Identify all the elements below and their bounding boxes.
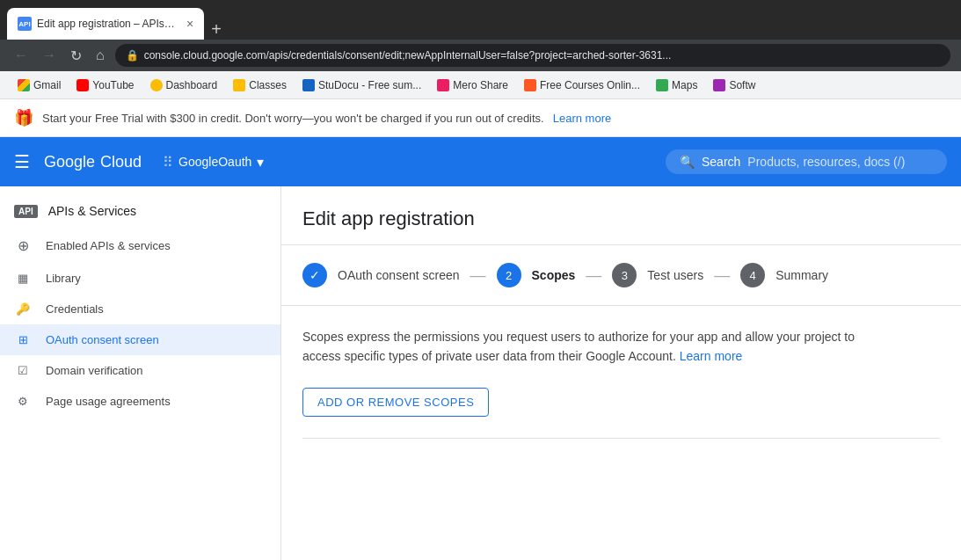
tab-title: Edit app registration – APIs & Se: [37, 18, 178, 30]
scopes-learn-more-link[interactable]: Learn more: [680, 349, 743, 363]
softw-favicon: [713, 79, 725, 91]
credentials-icon: 🔑: [14, 302, 32, 316]
lock-icon: 🔒: [126, 49, 139, 62]
classes-label: Classes: [249, 79, 287, 91]
step-3-separator: —: [714, 266, 730, 285]
sidebar-label-library: Library: [46, 272, 81, 285]
step-3-number: 3: [612, 263, 637, 287]
gmail-label: Gmail: [33, 79, 61, 91]
sidebar-header: API APIs & Services: [0, 193, 280, 229]
steps-bar: ✓ OAuth consent screen — 2 Scopes — 3 Te…: [281, 245, 961, 306]
free-trial-banner: 🎁 Start your Free Trial with $300 in cre…: [0, 99, 961, 137]
classes-favicon: [233, 79, 245, 91]
mero-label: Mero Share: [453, 79, 508, 91]
project-dropdown-arrow: ▾: [257, 154, 264, 171]
studocu-favicon: [302, 79, 315, 91]
bookmark-dashboard[interactable]: Dashboard: [143, 76, 225, 95]
bookmark-youtube[interactable]: YouTube: [69, 76, 141, 95]
sidebar-item-library[interactable]: ▦ Library: [0, 263, 280, 294]
sidebar-label-oauth: OAuth consent screen: [46, 333, 159, 346]
enabled-apis-icon: ⊕: [14, 237, 32, 254]
search-placeholder: Products, resources, docs (/): [747, 155, 905, 169]
active-tab[interactable]: API Edit app registration – APIs & Se ×: [7, 8, 204, 40]
fco-favicon: [524, 79, 536, 91]
home-button[interactable]: ⌂: [92, 44, 108, 67]
sidebar-title: APIs & Services: [48, 204, 136, 218]
project-name: GoogleOauth: [178, 155, 251, 169]
bookmark-mero[interactable]: Mero Share: [430, 76, 515, 95]
sidebar-item-credentials[interactable]: 🔑 Credentials: [0, 294, 280, 324]
oauth-icon: ⊞: [14, 333, 32, 346]
sidebar-item-oauth[interactable]: ⊞ OAuth consent screen: [0, 324, 280, 355]
sidebar-label-enabled-apis: Enabled APIs & services: [46, 239, 171, 252]
bookmark-gmail[interactable]: Gmail: [11, 76, 68, 95]
project-icon: ⠿: [163, 154, 173, 171]
bookmark-studocu[interactable]: StuDocu - Free sum...: [295, 76, 428, 95]
content-area: Edit app registration ✓ OAuth consent sc…: [281, 186, 961, 560]
step-2-number: 2: [497, 263, 521, 287]
browser-chrome: API Edit app registration – APIs & Se × …: [0, 0, 961, 40]
content-divider: [302, 438, 940, 439]
api-badge: API: [14, 205, 38, 218]
address-bar: ← → ↻ ⌂ 🔒 console.cloud.google.com/apis/…: [0, 40, 961, 71]
tab-favicon: API: [18, 17, 32, 31]
scopes-description: Scopes express the permissions you reque…: [302, 327, 865, 367]
sidebar-label-page-usage: Page usage agreements: [46, 395, 171, 408]
youtube-label: YouTube: [92, 79, 134, 91]
step-3-label: Test users: [647, 268, 703, 282]
step-2-separator: —: [586, 266, 601, 285]
gift-icon: 🎁: [14, 108, 33, 127]
fco-label: Free Courses Onlin...: [540, 79, 640, 91]
tab-close-button[interactable]: ×: [186, 17, 193, 31]
step-4-number: 4: [740, 263, 765, 287]
reload-button[interactable]: ↻: [67, 44, 85, 68]
bookmark-classes[interactable]: Classes: [226, 76, 294, 95]
mero-favicon: [437, 79, 449, 91]
gc-header: ☰ Google Cloud ⠿ GoogleOauth ▾ 🔍 Search …: [0, 137, 961, 186]
bookmark-fco[interactable]: Free Courses Onlin...: [517, 76, 647, 95]
dashboard-label: Dashboard: [166, 79, 218, 91]
add-scopes-button[interactable]: ADD OR REMOVE SCOPES: [302, 388, 489, 417]
back-button[interactable]: ←: [11, 44, 32, 67]
bookmark-softw[interactable]: Softw: [706, 76, 762, 95]
forward-button[interactable]: →: [39, 44, 60, 67]
bookmarks-bar: GmailYouTubeDashboardClassesStuDocu - Fr…: [0, 71, 961, 99]
studocu-label: StuDocu - Free sum...: [318, 79, 421, 91]
learn-more-link[interactable]: Learn more: [553, 112, 611, 125]
free-trial-text: Start your Free Trial with $300 in credi…: [42, 112, 544, 125]
sidebar-label-domain: Domain verification: [46, 364, 143, 377]
gmail-favicon: [18, 79, 30, 91]
dashboard-favicon: [150, 79, 163, 91]
search-icon: 🔍: [680, 155, 695, 169]
hamburger-menu[interactable]: ☰: [14, 151, 30, 172]
scopes-content: Scopes express the permissions you reque…: [281, 306, 961, 460]
new-tab-button[interactable]: +: [211, 19, 222, 40]
softw-label: Softw: [729, 79, 755, 91]
search-box[interactable]: 🔍 Search Products, resources, docs (/): [666, 149, 947, 174]
search-label: Search: [702, 155, 740, 169]
google-text: Google: [44, 153, 95, 171]
maps-label: Maps: [672, 79, 697, 91]
step-1-check: ✓: [302, 263, 327, 287]
sidebar: API APIs & Services ⊕ Enabled APIs & ser…: [0, 186, 281, 560]
main-layout: API APIs & Services ⊕ Enabled APIs & ser…: [0, 186, 961, 560]
page-usage-icon: ⚙: [14, 395, 32, 408]
step-2-label: Scopes: [532, 268, 576, 282]
sidebar-item-domain[interactable]: ☑ Domain verification: [0, 355, 280, 386]
project-selector[interactable]: ⠿ GoogleOauth ▾: [156, 150, 271, 174]
page-title: Edit app registration: [281, 186, 961, 245]
address-text: console.cloud.google.com/apis/credential…: [144, 49, 672, 62]
step-1-separator: —: [470, 266, 486, 285]
step-4-label: Summary: [775, 268, 828, 282]
tab-bar: API Edit app registration – APIs & Se × …: [7, 0, 222, 40]
cloud-text: Cloud: [100, 153, 142, 171]
domain-icon: ☑: [14, 364, 32, 377]
gc-logo: Google Cloud: [44, 153, 142, 171]
address-input[interactable]: 🔒 console.cloud.google.com/apis/credenti…: [115, 44, 950, 67]
sidebar-label-credentials: Credentials: [46, 302, 104, 316]
library-icon: ▦: [14, 272, 32, 285]
bookmark-maps[interactable]: Maps: [649, 76, 704, 95]
sidebar-item-page-usage[interactable]: ⚙ Page usage agreements: [0, 386, 280, 417]
sidebar-item-enabled-apis[interactable]: ⊕ Enabled APIs & services: [0, 229, 280, 263]
step-1-label: OAuth consent screen: [338, 268, 460, 282]
